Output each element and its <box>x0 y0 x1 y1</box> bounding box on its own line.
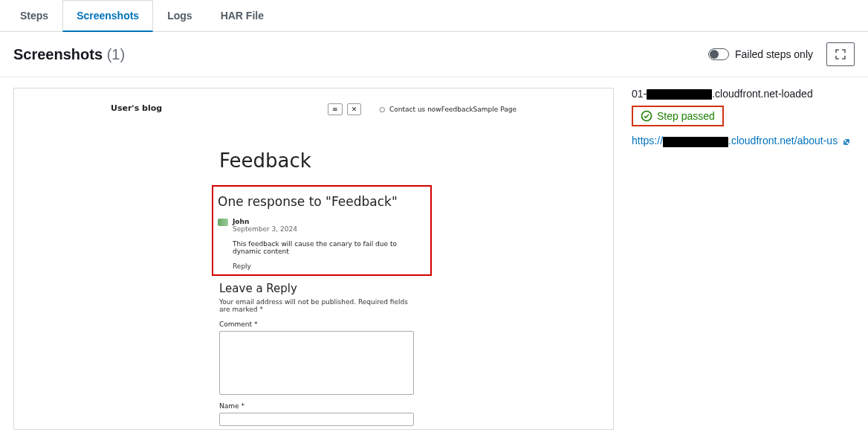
tab-har-file[interactable]: HAR File <box>207 0 278 31</box>
comment-label: Comment * <box>219 320 408 328</box>
comment-date: September 3, 2024 <box>233 225 426 233</box>
step-url-link[interactable]: https://.cloudfront.net/about-us <box>632 134 855 149</box>
failed-steps-label: Failed steps only <box>735 48 813 60</box>
blog-topbar: User's blog ≡ ✕ ○ Contact us nowFeedback… <box>14 88 613 120</box>
tabs-bar: Steps Screenshots Logs HAR File <box>0 0 868 32</box>
check-circle-icon <box>641 110 652 122</box>
blog-page-title: Feedback <box>219 149 408 172</box>
comment: John September 3, 2024 This feedback wil… <box>218 218 426 270</box>
avatar-icon <box>218 219 228 226</box>
content-row: User's blog ≡ ✕ ○ Contact us nowFeedback… <box>0 77 868 435</box>
expand-icon <box>835 48 846 60</box>
url-prefix: https:// <box>632 135 663 146</box>
responses-heading: One response to "Feedback" <box>218 194 426 209</box>
title-text: Screenshots <box>13 46 103 62</box>
tab-screenshots[interactable]: Screenshots <box>62 0 153 32</box>
side-panel: 01-.cloudfront.net-loaded Step passed ht… <box>632 88 855 149</box>
comment-reply-link: Reply <box>233 262 426 270</box>
failed-steps-toggle[interactable] <box>708 48 729 60</box>
url-suffix: .cloudfront.net/about-us <box>728 135 838 146</box>
toggle-wrap: Failed steps only <box>708 48 813 60</box>
blog-menu-icon: ≡ <box>328 103 343 115</box>
blog-nav: ≡ ✕ ○ Contact us nowFeedbackSample Page <box>328 103 516 115</box>
step-name: 01-.cloudfront.net-loaded <box>632 88 855 100</box>
blog-main: Feedback One response to "Feedback" John… <box>14 120 613 426</box>
blog-page: User's blog ≡ ✕ ○ Contact us nowFeedback… <box>14 88 613 429</box>
blog-nav-bullet: ○ <box>379 106 385 113</box>
comment-text: This feedback will cause the canary to f… <box>233 240 426 255</box>
reply-note: Your email address will not be published… <box>219 298 408 313</box>
comment-author: John <box>233 218 426 225</box>
status-badge: Step passed <box>632 106 724 126</box>
status-text: Step passed <box>657 110 715 122</box>
blog-nav-text: Contact us nowFeedbackSample Page <box>389 106 516 113</box>
tab-steps[interactable]: Steps <box>6 0 62 31</box>
step-suffix: .cloudfront.net-loaded <box>712 88 812 100</box>
tab-logs[interactable]: Logs <box>153 0 206 31</box>
external-link-icon <box>842 138 851 146</box>
screenshot-viewer[interactable]: User's blog ≡ ✕ ○ Contact us nowFeedback… <box>13 88 614 430</box>
comment-textarea <box>219 331 414 395</box>
comment-highlight: One response to "Feedback" John Septembe… <box>212 185 432 276</box>
header-controls: Failed steps only <box>708 42 855 66</box>
page-title: Screenshots (1) <box>13 46 125 63</box>
blog-close-icon: ✕ <box>347 103 362 115</box>
blog-site-title: User's blog <box>111 103 162 113</box>
title-count: (1) <box>107 46 125 62</box>
name-label: Name * <box>219 402 408 410</box>
comment-body: John September 3, 2024 This feedback wil… <box>233 218 426 270</box>
name-input <box>219 413 414 426</box>
redacted <box>663 137 728 147</box>
expand-button[interactable] <box>826 42 855 66</box>
section-header: Screenshots (1) Failed steps only <box>0 32 868 77</box>
redacted <box>647 89 712 100</box>
leave-reply-heading: Leave a Reply <box>219 282 408 295</box>
step-prefix: 01- <box>632 88 647 100</box>
